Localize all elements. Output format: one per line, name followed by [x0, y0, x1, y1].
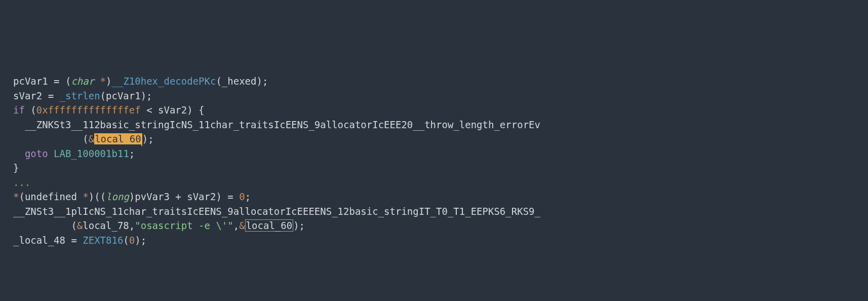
code-line: (&local_78,"osascript -e \'",&local_60); — [13, 218, 855, 233]
code-line: __ZNKSt3__112basic_stringIcNS_11char_tra… — [13, 118, 855, 132]
code-line: ... — [13, 175, 855, 190]
code-line: } — [13, 161, 855, 175]
code-line: _local_48 = ZEXT816(0); — [13, 233, 855, 248]
code-line: if (0xffffffffffffffef < sVar2) { — [13, 103, 855, 118]
code-line: __ZNSt3__1plIcNS_11char_traitsIcEENS_9al… — [13, 204, 855, 219]
code-line: pcVar1 = (char *)__Z10hex_decodePKc(_hex… — [13, 74, 855, 89]
code-line: goto LAB_100001b11; — [13, 146, 855, 161]
code-line: (&local_60); — [13, 132, 855, 146]
selection-highlight: local_60 — [94, 133, 142, 144]
occurrence-highlight: local_60 — [245, 219, 294, 232]
code-line: *(undefined *)((long)pvVar3 + sVar2) = 0… — [13, 190, 855, 204]
code-editor[interactable]: pcVar1 = (char *)__Z10hex_decodePKc(_hex… — [13, 74, 855, 247]
code-line: sVar2 = _strlen(pcVar1); — [13, 89, 855, 103]
